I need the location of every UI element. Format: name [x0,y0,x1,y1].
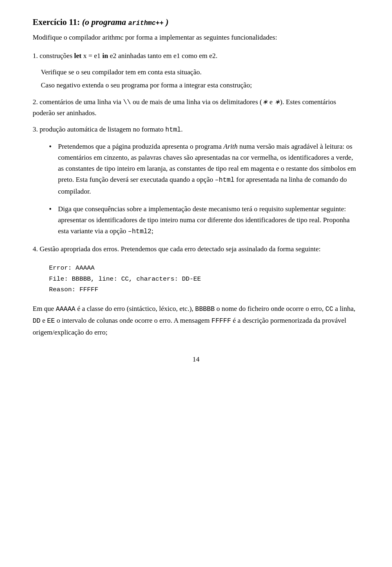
bullet-item-2: Diga que consequências sobre a implement… [49,203,359,237]
title-subtitle: (o programa arithmc++ ) [82,17,169,27]
list-item-1b: Verifique se o seu compilador tem em con… [41,67,359,78]
numbered-list: 1. construções let x = e1 in e2 aninhada… [33,51,359,135]
code-line-2: File: BBBBB, line: CC, characters: DD-EE [49,274,359,284]
code-line-1: Error: AAAAA [49,263,359,273]
code-line-3: Reason: FFFFF [49,284,359,295]
exercise-title: Exercício 11: (o programa arithmc++ ) [33,16,359,28]
bullet-list: Pretendemos que a página produzida apres… [33,141,359,237]
list-item-2: 2. comentários de uma linha via \\ ou de… [33,97,359,118]
list-item-1: 1. construções let x = e1 in e2 aninhada… [33,51,359,61]
page-content: Exercício 11: (o programa arithmc++ ) Mo… [33,16,359,365]
list-item-4: 4. Gestão apropriada dos erros. Pretende… [33,244,359,254]
page-number: 14 [33,354,359,365]
title-label: Exercício 11: [33,17,80,27]
footer-text: Em que AAAAA é a classe do erro (sintáct… [33,303,359,337]
intro-text: Modifique o compilador arithmc por forma… [33,32,359,43]
list-item-3: 3. produção automática de listagem no fo… [33,124,359,135]
code-block: Error: AAAAA File: BBBBB, line: CC, char… [49,263,359,295]
bullet-item-1: Pretendemos que a página produzida apres… [49,141,359,197]
list-item-1c: Caso negativo extenda o seu programa por… [41,80,359,91]
